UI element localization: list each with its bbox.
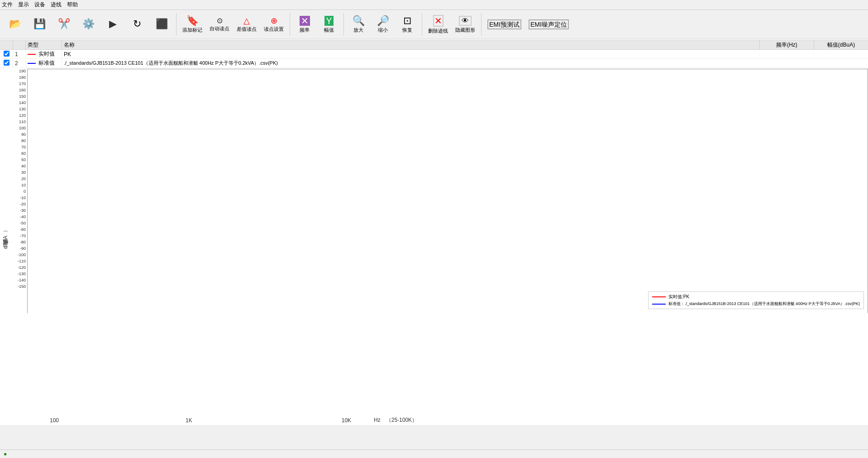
ytick-10: 10 [21,183,26,187]
ytick-n130: -130 [18,272,26,276]
x-tick-10k: 10K [342,417,351,424]
amp-1 [814,54,868,55]
hide-chart-button[interactable]: 👁 隐藏图形 [453,14,478,35]
point-settings-icon: ⊕ [271,17,277,25]
delta-icon: △ [243,17,250,25]
frequency-button[interactable]: ✕ 频率 [293,14,316,35]
ytick-n150: -150 [18,284,26,289]
diff-point-label: 差值读点 [237,26,257,33]
ytick-170: 170 [19,81,26,86]
ytick-n40: -40 [20,215,26,219]
amplitude-label: 幅值 [324,27,334,33]
y-tick-labels: var yMin = -150, yMax = 190; var chartH … [11,69,27,313]
separator-3 [343,13,344,36]
refresh-icon: ↻ [133,19,141,29]
freq-2 [759,63,814,64]
check-1[interactable] [0,51,13,58]
col-num [13,41,25,49]
start-button[interactable]: ▶ [101,17,124,32]
control-panel-button[interactable]: ⚙️ [77,17,100,32]
ytick-50: 50 [21,157,26,162]
refresh-button[interactable]: ↻ [126,17,148,32]
hide-chart-label: 隐藏图形 [455,27,475,33]
ytick-0: 0 [24,189,26,194]
restore-button[interactable]: ⊡ 恢复 [396,14,419,35]
type-label-2: 标准值 [38,60,55,66]
point-settings-button[interactable]: ⊕ 读点设置 [261,15,286,34]
ytick-n110: -110 [18,259,26,263]
y-axis-label: 幅值（dBuA） [0,69,11,415]
screenshot-button[interactable]: ✂️ [52,17,75,32]
diff-point-button[interactable]: △ 差值读点 [234,15,259,34]
ytick-60: 60 [21,151,26,156]
type-label-1: 实时值 [38,51,55,57]
x-tick-100: 100 [50,417,59,424]
zoom-out-button[interactable]: 🔎 缩小 [372,14,394,35]
eye-icon: 👁 [459,16,472,26]
emi-test-button[interactable]: EMI预测试 [485,18,524,31]
open-button[interactable]: 📂 [4,17,26,32]
chart-legend-item-2: 标准值：./_standards/GJB151B-2013 CE101（适用于水… [652,301,860,307]
ytick-160: 160 [19,88,26,92]
menu-file[interactable]: 文件 [2,1,13,9]
separator-5 [481,13,482,36]
ytick-20: 20 [21,177,26,181]
line-red-1 [28,54,36,55]
ytick-110: 110 [19,119,26,124]
line-blue-2 [28,63,36,64]
chart-svg[interactable] [28,69,868,314]
ytick-n60: -60 [20,227,26,232]
delete-trace-button[interactable]: ✕ 删除迹线 [425,13,451,36]
add-marker-button[interactable]: 🔖 添加标记 [180,14,205,35]
ytick-30: 30 [21,170,26,175]
legend-text-2: 标准值：./_standards/GJB151B-2013 CE101（适用于水… [668,301,860,307]
emi-test-icon: EMI预测试 [487,19,521,29]
restore-label: 恢复 [402,27,412,33]
autopoint-icon: ⊙ [217,17,223,24]
menu-display[interactable]: 显示 [18,1,29,9]
ytick-n140: -140 [18,278,26,282]
ytick-120: 120 [19,113,26,118]
amplitude-icon: Y [324,16,333,26]
col-type-header: 类型 [25,41,62,49]
gear-icon: ⚙️ [82,19,95,29]
toolbar: 📂 💾 ✂️ ⚙️ ▶ ↻ ⬛ 🔖 添加标记 ⊙ 自动读点 △ 差值读点 ⊕ 读… [0,10,868,39]
amp-2 [814,63,868,64]
emi-locate-icon: EMI噪声定位 [529,19,569,29]
menu-trace[interactable]: 迹线 [51,1,62,9]
legend-line-1 [652,296,666,297]
type-1: 实时值 [25,50,62,58]
ytick-150: 150 [19,94,26,99]
col-freq-header: 频率(Hz) [759,41,814,49]
scissors-icon: ✂️ [58,19,70,29]
chart-legend-item-1: 实时值:PK [652,294,860,300]
chart-legend: 实时值:PK 标准值：./_standards/GJB151B-2013 CE1… [648,291,864,309]
restore-icon: ⊡ [403,16,411,26]
legend-line-2 [652,304,666,305]
frequency-label: 频率 [300,27,310,33]
auto-point-button[interactable]: ⊙ 自动读点 [207,15,232,34]
point-settings-label: 读点设置 [264,26,284,33]
save-trace-button[interactable]: 💾 [28,17,51,32]
amplitude-button[interactable]: Y 幅值 [318,14,340,35]
stop-icon: ⬛ [156,19,168,29]
ytick-180: 180 [19,75,26,80]
zoom-out-icon: 🔎 [377,16,389,26]
zoom-in-button[interactable]: 🔍 放大 [347,14,370,35]
ytick-80: 80 [21,138,26,143]
auto-point-label: 自动读点 [210,25,229,32]
stop-button[interactable]: ⬛ [150,17,173,32]
menu-device[interactable]: 设备 [34,1,45,9]
open-icon: 📂 [9,19,21,29]
delete-trace-icon: ✕ [433,15,444,27]
check-2[interactable] [0,60,13,67]
col-amp-header: 幅值(dBuA) [814,41,868,49]
x-axis-label: Hz （25-100K） [374,416,417,424]
col-check [0,41,13,49]
legend-area: 类型 名称 频率(Hz) 幅值(dBuA) 1 实时值 PK 2 标准值 ./_… [0,39,868,69]
zoom-out-label: 缩小 [378,27,388,33]
menu-help[interactable]: 帮助 [67,1,78,9]
separator-1 [176,13,176,36]
emi-locate-button[interactable]: EMI噪声定位 [526,18,572,31]
x-axis-area: 100 1K 10K Hz （25-100K） [0,415,868,425]
